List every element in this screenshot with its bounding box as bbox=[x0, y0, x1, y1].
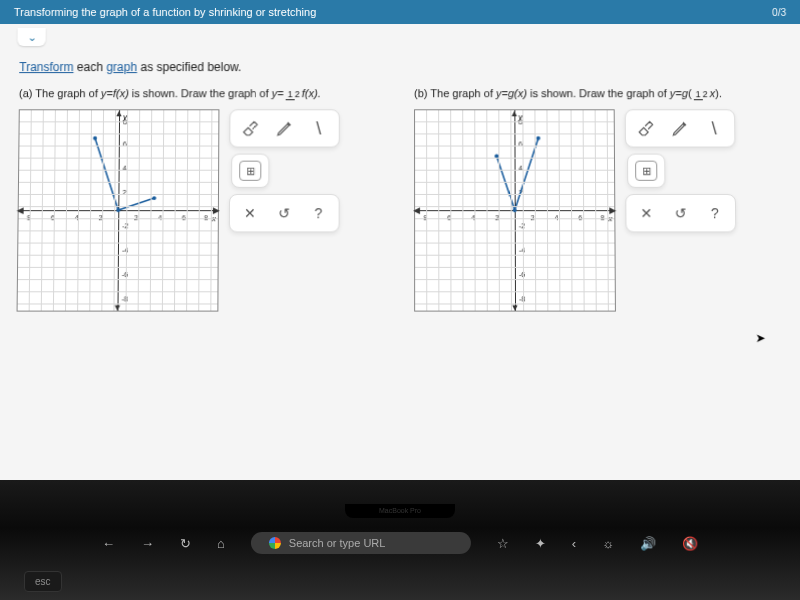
action-tools-b: ✕ ↺ ? bbox=[625, 194, 736, 232]
brightness-icon[interactable]: ☼ bbox=[602, 536, 614, 551]
svg-point-0 bbox=[93, 137, 97, 141]
y-axis-label: y bbox=[518, 113, 522, 122]
reload-button[interactable]: ↻ bbox=[180, 536, 191, 551]
pencil-tool[interactable] bbox=[271, 117, 297, 141]
sparkle-icon[interactable]: ✦ bbox=[535, 536, 546, 551]
link-transform[interactable]: Transform bbox=[19, 60, 73, 74]
clear-button[interactable]: ✕ bbox=[237, 201, 263, 225]
eraser-tool[interactable] bbox=[633, 117, 659, 141]
draw-tools-a: \ bbox=[229, 110, 340, 148]
grid-zoom-tool[interactable]: ⊞ bbox=[635, 161, 657, 181]
section-dropdown[interactable]: ⌄ bbox=[17, 28, 45, 46]
segment-tool[interactable]: \ bbox=[306, 117, 332, 141]
lesson-title: Transforming the graph of a function by … bbox=[14, 6, 316, 18]
forward-button[interactable]: → bbox=[141, 536, 154, 551]
svg-point-5 bbox=[536, 137, 540, 141]
segment-tool[interactable]: \ bbox=[701, 117, 727, 141]
svg-point-4 bbox=[513, 209, 517, 213]
google-icon bbox=[269, 537, 281, 549]
instruction-text: Transform each graph as specified below. bbox=[19, 60, 781, 74]
chevron-down-icon: ⌄ bbox=[27, 31, 36, 44]
draw-tools-b: \ bbox=[625, 110, 736, 148]
svg-point-3 bbox=[495, 155, 499, 159]
svg-point-1 bbox=[116, 209, 120, 213]
laptop-chassis: MacBook Pro ← → ↻ ⌂ Search or type URL ☆… bbox=[0, 480, 800, 600]
grid-zoom-tool[interactable]: ⊞ bbox=[239, 161, 261, 181]
mouse-cursor-icon: ➤ bbox=[755, 331, 765, 345]
graph-canvas-a[interactable]: y x ▲▼◀▶ 8 6 4 2 -2 -4 -6 -8 -8 bbox=[17, 110, 220, 312]
svg-point-2 bbox=[152, 197, 156, 201]
progress-counter: 0/3 bbox=[772, 6, 786, 17]
undo-button[interactable]: ↺ bbox=[271, 201, 297, 225]
link-graph[interactable]: graph bbox=[106, 60, 137, 74]
graph-canvas-b[interactable]: y x ▲▼◀▶ 8 6 4 2 -2 -4 -6 -8 -8 -6 -4 bbox=[414, 110, 616, 312]
bookmark-star-icon[interactable]: ☆ bbox=[497, 536, 509, 551]
url-placeholder: Search or type URL bbox=[289, 537, 386, 549]
home-button[interactable]: ⌂ bbox=[217, 536, 225, 551]
laptop-notch: MacBook Pro bbox=[345, 504, 455, 518]
pencil-tool[interactable] bbox=[667, 117, 693, 141]
mute-icon[interactable]: 🔇 bbox=[682, 536, 698, 551]
part-b-prompt: (b) The graph of y=g(x) is shown. Draw t… bbox=[414, 86, 781, 101]
eraser-tool[interactable] bbox=[237, 117, 263, 141]
part-a-prompt: (a) The graph of y=f(x) is shown. Draw t… bbox=[19, 86, 386, 101]
clear-button[interactable]: ✕ bbox=[633, 201, 659, 225]
back-button[interactable]: ← bbox=[102, 536, 115, 551]
esc-key[interactable]: esc bbox=[24, 571, 62, 592]
volume-icon[interactable]: 🔊 bbox=[640, 536, 656, 551]
help-button[interactable]: ? bbox=[702, 201, 728, 225]
function-plot-b bbox=[415, 111, 615, 311]
x-axis-label: x bbox=[212, 215, 216, 224]
undo-button[interactable]: ↺ bbox=[668, 201, 694, 225]
action-tools-a: ✕ ↺ ? bbox=[229, 194, 340, 232]
help-button[interactable]: ? bbox=[305, 201, 331, 225]
y-axis-label: y bbox=[123, 113, 127, 122]
function-plot-a bbox=[18, 111, 219, 311]
prev-icon[interactable]: ‹ bbox=[572, 536, 576, 551]
url-search-box[interactable]: Search or type URL bbox=[251, 532, 471, 554]
x-axis-label: x bbox=[608, 215, 612, 224]
